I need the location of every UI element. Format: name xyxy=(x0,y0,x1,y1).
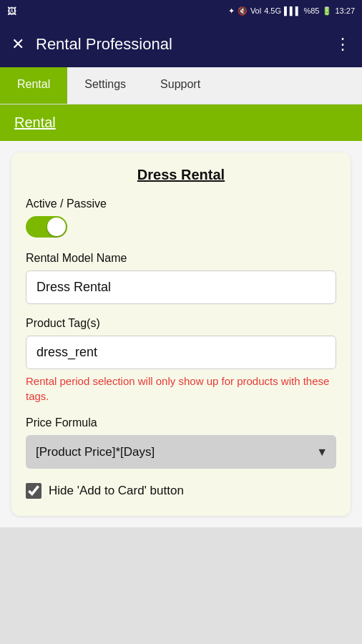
mute-icon: 🔇 xyxy=(238,6,248,16)
rental-card: Dress Rental Active / Passive Rental Mod… xyxy=(11,152,351,516)
time-label: 13:27 xyxy=(335,6,355,15)
tab-support-label: Support xyxy=(160,78,200,91)
status-bar-right: ✦ 🔇 Vol 4.5G ▌▌▌ %85 🔋 13:27 xyxy=(228,6,355,16)
tab-rental-label: Rental xyxy=(17,78,50,91)
toggle-wrapper xyxy=(26,216,336,238)
product-tag-hint: Rental period selection will only show u… xyxy=(26,374,336,404)
hide-add-to-card-label: Hide 'Add to Card' button xyxy=(49,484,184,498)
battery-icon: 🔋 xyxy=(322,6,332,16)
app-title: Rental Professional xyxy=(36,35,335,54)
tab-settings[interactable]: Settings xyxy=(67,67,143,104)
rental-model-name-input[interactable] xyxy=(26,270,336,304)
toggle-knob xyxy=(47,218,66,236)
network-label: 4.5G xyxy=(264,6,281,15)
rental-banner-text: Rental xyxy=(14,114,56,130)
product-tag-section: Product Tag(s) Rental period selection w… xyxy=(26,317,336,404)
card-title: Dress Rental xyxy=(26,167,336,183)
active-passive-section: Active / Passive xyxy=(26,197,336,238)
vol-label: Vol xyxy=(250,6,261,15)
price-formula-dropdown-wrapper: [Product Price]*[Days] [Product Price]*[… xyxy=(26,435,336,469)
close-icon[interactable]: ✕ xyxy=(11,36,24,52)
rental-model-name-label: Rental Model Name xyxy=(26,252,336,265)
price-formula-section: Price Formula [Product Price]*[Days] [Pr… xyxy=(26,416,336,469)
overflow-menu-icon[interactable]: ⋮ xyxy=(335,36,351,52)
rental-model-name-section: Rental Model Name xyxy=(26,252,336,304)
price-formula-select[interactable]: [Product Price]*[Days] [Product Price]*[… xyxy=(26,435,336,469)
app-bar: ✕ Rental Professional ⋮ xyxy=(0,21,362,67)
battery-label: %85 xyxy=(303,6,319,15)
tab-support[interactable]: Support xyxy=(143,67,217,104)
active-passive-toggle[interactable] xyxy=(26,216,67,238)
product-tag-label: Product Tag(s) xyxy=(26,317,336,330)
status-bar-left: 🖼 xyxy=(7,6,16,16)
tabs-bar: Rental Settings Support xyxy=(0,67,362,104)
rental-banner: Rental xyxy=(0,104,362,141)
image-icon: 🖼 xyxy=(7,6,16,16)
price-formula-label: Price Formula xyxy=(26,416,336,429)
signal-bars-icon: ▌▌▌ xyxy=(284,6,300,15)
hide-add-to-card-row: Hide 'Add to Card' button xyxy=(26,483,336,499)
tab-rental[interactable]: Rental xyxy=(0,67,67,104)
tab-settings-label: Settings xyxy=(84,78,126,91)
hide-add-to-card-checkbox[interactable] xyxy=(26,483,41,499)
bluetooth-icon: ✦ xyxy=(228,6,235,16)
content-area: Dress Rental Active / Passive Rental Mod… xyxy=(0,141,362,527)
product-tag-input[interactable] xyxy=(26,336,336,369)
active-passive-label: Active / Passive xyxy=(26,197,336,210)
status-bar: 🖼 ✦ 🔇 Vol 4.5G ▌▌▌ %85 🔋 13:27 xyxy=(0,0,362,21)
